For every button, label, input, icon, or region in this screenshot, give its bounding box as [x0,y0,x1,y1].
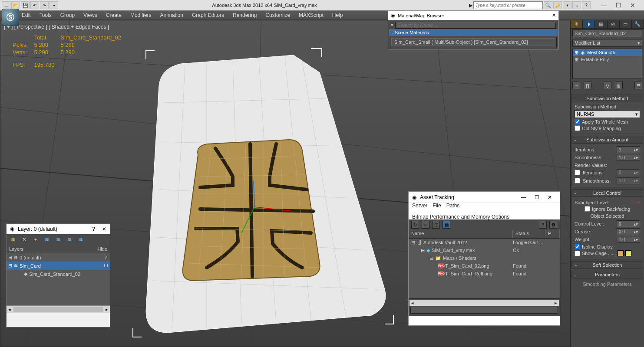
remove-modifier-icon[interactable]: 🗑 [615,82,623,89]
sim-card-mesh[interactable] [129,46,406,341]
apply-whole-mesh-checkbox[interactable]: Apply To Whole Mesh [575,119,640,124]
modifier-list-dropdown[interactable]: Modifier List▾ [572,39,642,47]
select-layer-cur-icon[interactable]: ≋ [54,236,62,243]
menu-modifiers[interactable]: Modifiers [130,12,152,18]
modstack-meshsmooth[interactable]: ⊞◈MeshSmooth [573,49,642,56]
configure-sets-icon[interactable]: ☰ [634,82,642,89]
rollout-header-local-control[interactable]: -Local Control [571,189,643,197]
asset-tracking-titlebar[interactable]: ◉ Asset Tracking — ☐ ✕ [409,192,560,203]
qat-open-icon[interactable]: 📂 [11,1,20,9]
layer-panel-help-icon[interactable]: ? [92,226,95,232]
delete-layer-icon[interactable]: ✕ [20,236,28,243]
show-cage-checkbox[interactable]: Show Cage ...... [575,250,640,256]
render-iter-checkbox[interactable]: Iterations: [575,170,604,175]
material-browser-close-icon[interactable]: ✕ [552,13,556,18]
asset-col-name[interactable]: Name [409,230,513,238]
material-browser-titlebar[interactable]: ◉ Material/Map Browser ✕ [388,11,558,20]
asset-col-p[interactable]: P [545,230,560,238]
edge-subobj-icon[interactable]: ◇ [637,200,640,205]
qat-redo-icon[interactable]: ↷ [40,1,49,9]
render-smooth-spinner[interactable]: 1.0▴▾ [617,177,640,184]
asset-menu-bitmap[interactable]: Bitmap Performance and Memory Options [412,214,509,220]
modifier-stack[interactable]: ⊞◈MeshSmooth ⊞Editable Poly [572,49,642,79]
show-end-result-icon[interactable]: ∏ [584,82,591,89]
menu-rendering[interactable]: Rendering [233,12,257,18]
asset-status-icon[interactable]: ≡ [422,221,429,229]
asset-close-icon[interactable]: ✕ [543,194,556,200]
qat-new-icon[interactable]: ▭ [2,1,10,9]
mb-search-input[interactable] [395,22,556,29]
rollout-header-subdiv-amount[interactable]: -Subdivision Amount [571,136,643,144]
menu-views[interactable]: Views [83,12,97,18]
asset-hscroll-left-icon[interactable]: ◂ [411,300,414,306]
hierarchy-tab-icon[interactable]: ▦ [595,20,607,28]
asset-maximize-icon[interactable]: ☐ [530,194,543,200]
asset-settings-icon[interactable]: ⚙ [549,221,557,229]
make-unique-icon[interactable]: ⋁ [604,82,611,89]
freeze-layer-icon[interactable]: ≋ [77,236,85,243]
hide-layer-icon[interactable]: ≋ [66,236,73,243]
add-to-layer-icon[interactable]: ＋ [32,236,40,243]
asset-row-tex2[interactable]: PNGT_Sim_Card_Refl.pngFound [409,270,560,278]
rollout-header-soft-selection[interactable]: +Soft Selection [571,261,643,269]
mb-options-icon[interactable]: ▾ [391,22,393,28]
asset-hscroll-right-icon[interactable]: ▸ [555,300,557,306]
crease-spinner[interactable]: 0.0▴▾ [617,228,640,235]
qat-more-icon[interactable]: ▾ [50,1,58,9]
asset-help-icon[interactable]: ? [539,221,547,229]
modify-tab-icon[interactable]: ◗ [583,20,595,28]
menu-create[interactable]: Create [106,12,122,18]
app-menu-icon[interactable]: Ⓢ [2,9,19,26]
qat-undo-icon[interactable]: ↶ [30,1,39,9]
hide-col-header[interactable]: Hide [97,246,107,252]
menu-group[interactable]: Group [60,12,75,18]
asset-row-vault[interactable]: ⊟🗄Autodesk Vault 2012Logged Out ... [409,239,560,246]
asset-row-maxfile[interactable]: ⊟◆SIM_Card_vray.maxOk [409,246,560,254]
layer-hscroll[interactable]: ◂▸ [7,305,110,313]
modstack-editable-poly[interactable]: ⊞Editable Poly [573,56,642,63]
motion-tab-icon[interactable]: ◎ [608,20,620,28]
minimize-icon[interactable]: — [601,2,607,9]
menu-tools[interactable]: Tools [40,12,52,18]
layer-row-default[interactable]: ⊟≋0 (default)✓ [7,253,110,262]
asset-col-status[interactable]: Status [513,230,545,238]
isoline-display-checkbox[interactable]: Isoline Display [575,244,640,249]
qat-save-icon[interactable]: 💾 [21,1,30,9]
cage-color-1-swatch[interactable] [618,250,624,256]
menu-edit[interactable]: Edit [22,12,31,18]
vertex-subobj-icon[interactable]: ⁖ [631,200,634,205]
search-arrow-icon[interactable]: ▶ [469,3,472,8]
display-tab-icon[interactable]: ▭ [620,20,632,28]
menu-customize[interactable]: Customize [265,12,290,18]
iterations-spinner[interactable]: 1▴▾ [617,146,640,153]
bulb-on-icon[interactable]: ◈ [581,50,585,56]
rollout-header-smoothing-parameters[interactable]: Smoothing Parameters [571,280,643,288]
asset-row-tex1[interactable]: PNGT_Sim_Card_02.pngFound [409,262,560,270]
select-layer-obj-icon[interactable]: ≋ [43,236,51,243]
smoothness-spinner[interactable]: 1.0▴▾ [617,154,640,161]
old-style-mapping-checkbox[interactable]: Old Style Mapping [575,125,640,131]
favorite-icon[interactable]: ☆ [572,1,581,9]
expand-icon[interactable]: ⊞ [575,50,578,56]
ignore-backfacing-checkbox[interactable]: Ignore Backfacing [575,206,640,212]
expand-icon[interactable]: ⊞ [575,57,578,62]
mb-material-item[interactable]: Sim_Card_Small ( Multi/Sub-Object ) [Sim… [391,38,555,46]
create-tab-icon[interactable]: ✳ [571,20,583,28]
pin-stack-icon[interactable]: ⊣ [572,82,580,89]
close-icon[interactable]: ✕ [630,2,635,9]
asset-minimize-icon[interactable]: — [517,194,530,200]
asset-menu-paths[interactable]: Paths [446,203,460,209]
subdiv-method-dropdown[interactable]: NURMS▾ [575,110,640,118]
binoculars-icon[interactable]: 🔍 [544,1,552,9]
layers-col-header[interactable]: Layers [9,246,97,252]
new-layer-icon[interactable]: ≋ [9,236,17,243]
rollout-header-subdiv-method[interactable]: -Subdivision Method [571,95,643,102]
asset-menu-server[interactable]: Server [412,203,427,209]
layer-panel-titlebar[interactable]: ◉ Layer: 0 (default) ? ✕ [7,224,110,234]
exchange-icon[interactable]: ✶ [563,1,571,9]
asset-table-icon[interactable]: ▦ [443,221,450,229]
asset-menu-file[interactable]: File [433,203,441,209]
asset-row-maps[interactable]: ⊟📁Maps / Shaders [409,254,560,262]
menu-graph-editors[interactable]: Graph Editors [192,12,224,18]
maximize-icon[interactable]: ☐ [616,2,621,9]
